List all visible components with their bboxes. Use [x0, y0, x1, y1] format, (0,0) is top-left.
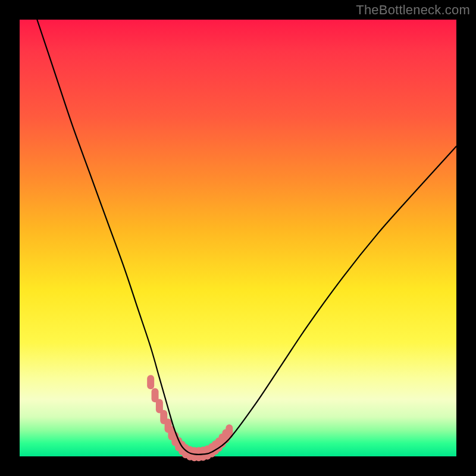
- reference-markers: [147, 375, 233, 461]
- watermark-text: TheBottleneck.com: [356, 2, 470, 18]
- chart-svg: [20, 20, 456, 456]
- bottleneck-curve: [37, 20, 456, 455]
- reference-marker: [147, 375, 154, 389]
- plot-area: [20, 20, 456, 456]
- chart-frame: TheBottleneck.com: [0, 0, 476, 476]
